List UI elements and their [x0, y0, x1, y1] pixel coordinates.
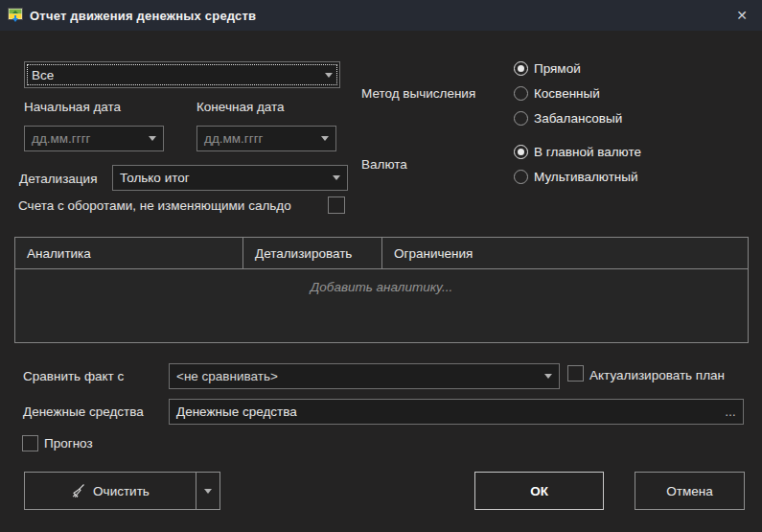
detail-combobox-value: Только итог: [113, 171, 190, 185]
column-header-analytics[interactable]: Аналитика: [15, 238, 243, 268]
cash-flow-report-dialog: Отчет движения денежных средств ✕ Все На…: [0, 0, 762, 532]
detail-combobox[interactable]: Только итог: [112, 165, 348, 191]
window-title: Отчет движения денежных средств: [30, 9, 256, 23]
chevron-down-icon[interactable]: [314, 127, 335, 150]
radio-currency-main[interactable]: В главной валюте: [514, 143, 641, 160]
money-label: Денежные средства: [23, 405, 144, 419]
forecast-checkbox[interactable]: [22, 435, 38, 451]
clear-dropdown-arrow[interactable]: [196, 473, 219, 509]
chevron-down-icon[interactable]: [538, 364, 559, 388]
clear-split-button: Очистить: [24, 472, 220, 510]
start-date-placeholder: дд.мм.гггг: [25, 131, 91, 146]
radio-currency-multi[interactable]: Мультивалютный: [514, 168, 638, 185]
cancel-button[interactable]: Отмена: [635, 472, 745, 510]
report-icon: [8, 8, 23, 23]
clear-button[interactable]: Очистить: [25, 473, 196, 509]
money-field-value: Денежные средства: [170, 405, 297, 419]
analytics-table-header: Аналитика Детализировать Ограничения: [15, 238, 748, 269]
currency-label: Валюта: [361, 157, 407, 172]
saldo-checkbox[interactable]: [328, 197, 345, 214]
scenario-combobox[interactable]: Все: [24, 61, 340, 88]
close-button[interactable]: ✕: [727, 0, 756, 31]
compare-combobox[interactable]: <не сравнивать>: [169, 363, 560, 389]
column-header-detail[interactable]: Детализировать: [243, 238, 382, 268]
title-bar: Отчет движения денежных средств ✕: [0, 0, 762, 31]
end-date-label: Конечная дата: [196, 100, 285, 114]
clear-button-label: Очистить: [93, 484, 150, 498]
saldo-checkbox-label: Счета с оборотами, не изменяющими сальдо: [18, 198, 291, 213]
compare-combobox-value: <не сравнивать>: [170, 369, 278, 383]
column-header-restrictions[interactable]: Ограничения: [382, 238, 748, 268]
end-date-input[interactable]: дд.мм.гггг: [196, 126, 336, 151]
chevron-down-icon[interactable]: [142, 127, 163, 150]
radio-icon: [514, 170, 528, 184]
add-analytics-placeholder[interactable]: Добавить аналитику...: [15, 280, 748, 294]
radio-icon: [514, 61, 528, 76]
broom-icon: [71, 483, 86, 498]
forecast-label: Прогноз: [44, 436, 93, 451]
actualize-plan-label: Актуализировать план: [589, 368, 725, 382]
radio-method-indirect[interactable]: Косвенный: [514, 84, 600, 102]
end-date-placeholder: дд.мм.гггг: [197, 131, 264, 146]
radio-method-direct[interactable]: Прямой: [514, 59, 581, 77]
radio-icon: [514, 86, 528, 101]
actualize-plan-checkbox[interactable]: [567, 365, 584, 382]
start-date-input[interactable]: дд.мм.гггг: [24, 126, 164, 151]
radio-icon: [514, 111, 528, 126]
scenario-combobox-value: Все: [25, 68, 54, 82]
money-field[interactable]: Денежные средства …: [169, 399, 744, 425]
chevron-down-icon[interactable]: [326, 166, 347, 190]
ellipsis-button[interactable]: …: [725, 405, 737, 419]
start-date-label: Начальная дата: [24, 100, 121, 114]
detail-label: Детализация: [19, 172, 97, 186]
radio-method-offbalance[interactable]: Забалансовый: [514, 109, 622, 127]
method-label: Метод вычисления: [361, 86, 475, 101]
ok-button[interactable]: ОК: [474, 472, 604, 510]
radio-icon: [514, 145, 528, 159]
compare-label: Сравнить факт с: [23, 369, 124, 383]
analytics-table[interactable]: Аналитика Детализировать Ограничения Доб…: [14, 237, 749, 343]
chevron-down-icon[interactable]: [318, 62, 339, 87]
